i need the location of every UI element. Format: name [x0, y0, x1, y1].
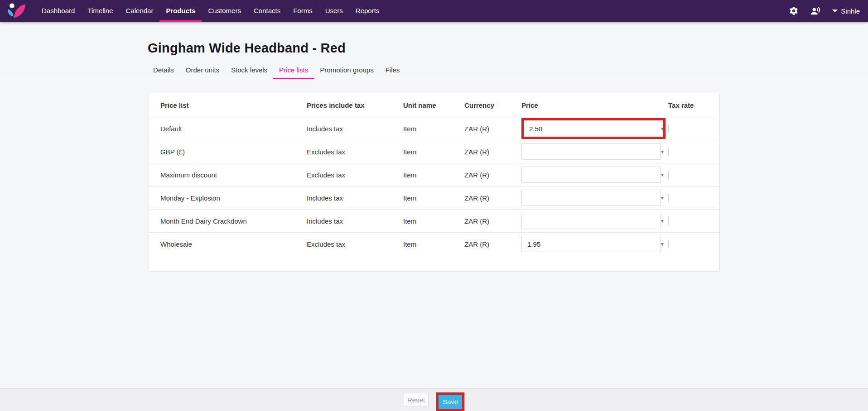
- tab-promotion-groups[interactable]: Promotion groups: [314, 66, 379, 79]
- price-input[interactable]: [521, 213, 661, 229]
- tab-order-units[interactable]: Order units: [180, 66, 225, 79]
- chevron-down-icon: ▼: [660, 219, 665, 224]
- user-name: Sinhle: [841, 7, 860, 15]
- chevron-down-icon: ▼: [660, 172, 665, 177]
- table-row: Maximum discount Excludes tax Item ZAR (…: [149, 163, 719, 186]
- prices-include-tax-value: Includes tax: [307, 125, 403, 133]
- tax-rate-select[interactable]: ▼: [668, 124, 669, 133]
- unit-name-value: Item: [403, 125, 464, 133]
- price-lists-card: Price listPrices include taxUnit nameCur…: [149, 93, 720, 272]
- prices-include-tax-value: Excludes tax: [307, 171, 403, 179]
- top-navigation-bar: DashboardTimelineCalendarProductsCustome…: [0, 0, 868, 22]
- currency-value: ZAR (R): [464, 125, 521, 133]
- unit-name-value: Item: [403, 194, 464, 202]
- price-input[interactable]: [524, 120, 663, 137]
- prices-include-tax-value: Includes tax: [307, 217, 403, 225]
- record-voice-over-icon[interactable]: [810, 6, 820, 16]
- tax-rate-select[interactable]: ▼: [668, 148, 669, 156]
- page-header: Gingham Wide Headband - Red DetailsOrder…: [0, 22, 868, 79]
- nav-item-users[interactable]: Users: [319, 0, 349, 22]
- nav-item-products[interactable]: Products: [159, 0, 202, 22]
- price-input[interactable]: [521, 167, 661, 183]
- product-tabs: DetailsOrder unitsStock levelsPrice list…: [0, 66, 868, 79]
- nav-item-customers[interactable]: Customers: [202, 0, 247, 22]
- nav-item-dashboard[interactable]: Dashboard: [35, 0, 81, 22]
- column-header: Prices include tax: [307, 101, 403, 109]
- chevron-down-icon: ▼: [660, 242, 665, 247]
- table-row: Default Includes tax Item ZAR (R) ▼: [149, 117, 719, 140]
- price-input[interactable]: [521, 190, 661, 206]
- save-button-highlight-annotation: Save: [436, 392, 464, 411]
- tax-rate-select[interactable]: ▼: [668, 194, 669, 202]
- footer-action-bar: Reset Save: [0, 388, 868, 411]
- table-row: Month End Dairy Crackdown Includes tax I…: [149, 209, 719, 232]
- tax-rate-select[interactable]: ▼: [668, 240, 669, 249]
- currency-value: ZAR (R): [464, 171, 521, 179]
- column-header: Price list: [160, 101, 307, 109]
- table-header-row: Price listPrices include taxUnit nameCur…: [149, 93, 719, 117]
- app-logo-icon[interactable]: [5, 2, 26, 20]
- currency-value: ZAR (R): [464, 194, 521, 202]
- nav-item-forms[interactable]: Forms: [287, 0, 319, 22]
- user-menu[interactable]: Sinhle: [832, 7, 860, 15]
- tab-price-lists[interactable]: Price lists: [273, 66, 314, 79]
- column-header: Tax rate: [668, 101, 719, 109]
- main-content: Price listPrices include taxUnit nameCur…: [0, 93, 868, 272]
- table-body: Default Includes tax Item ZAR (R) ▼ GBP …: [149, 117, 719, 255]
- column-header: Unit name: [403, 101, 464, 109]
- currency-value: ZAR (R): [464, 148, 521, 156]
- main-nav-menu: DashboardTimelineCalendarProductsCustome…: [35, 0, 386, 22]
- price-list-name: Maximum discount: [160, 171, 307, 179]
- table-row: Wholesale Excludes tax Item ZAR (R) ▼: [149, 232, 719, 255]
- column-header: Price: [521, 101, 668, 109]
- tab-stock-levels[interactable]: Stock levels: [225, 66, 273, 79]
- reset-button[interactable]: Reset: [404, 393, 429, 407]
- tax-rate-select[interactable]: ▼: [668, 171, 669, 179]
- unit-name-value: Item: [403, 171, 464, 179]
- chevron-down-icon: ▼: [660, 196, 665, 201]
- price-input[interactable]: [521, 236, 661, 252]
- prices-include-tax-value: Includes tax: [307, 194, 403, 202]
- chevron-down-icon: ▼: [660, 149, 665, 154]
- chevron-down-icon: ▼: [660, 126, 665, 131]
- currency-value: ZAR (R): [464, 217, 521, 225]
- prices-include-tax-value: Excludes tax: [307, 148, 403, 156]
- tab-files[interactable]: Files: [380, 66, 406, 79]
- price-list-name: Monday - Explosion: [160, 194, 307, 202]
- price-input[interactable]: [521, 143, 661, 160]
- nav-item-calendar[interactable]: Calendar: [120, 0, 160, 22]
- table-row: GBP (£) Excludes tax Item ZAR (R) ▼: [149, 140, 719, 163]
- nav-item-timeline[interactable]: Timeline: [81, 0, 119, 22]
- page-title: Gingham Wide Headband - Red: [148, 41, 868, 56]
- price-list-name: GBP (£): [160, 148, 307, 156]
- nav-item-contacts[interactable]: Contacts: [247, 0, 287, 22]
- gear-icon[interactable]: [789, 6, 799, 16]
- nav-item-reports[interactable]: Reports: [349, 0, 386, 22]
- tax-rate-select[interactable]: ▼: [668, 217, 669, 225]
- price-list-name: Wholesale: [160, 240, 307, 248]
- price-list-name: Month End Dairy Crackdown: [160, 217, 307, 225]
- currency-value: ZAR (R): [464, 240, 521, 248]
- caret-down-icon: [832, 10, 838, 12]
- save-button[interactable]: Save: [439, 395, 462, 409]
- nav-right-controls: Sinhle: [789, 6, 860, 16]
- unit-name-value: Item: [403, 217, 464, 225]
- prices-include-tax-value: Excludes tax: [307, 240, 403, 248]
- price-list-name: Default: [160, 125, 307, 133]
- price-input-highlight-annotation: [521, 118, 665, 139]
- tab-details[interactable]: Details: [147, 66, 180, 79]
- unit-name-value: Item: [403, 240, 464, 248]
- unit-name-value: Item: [403, 148, 464, 156]
- table-row: Monday - Explosion Includes tax Item ZAR…: [149, 186, 719, 209]
- column-header: Currency: [464, 101, 521, 109]
